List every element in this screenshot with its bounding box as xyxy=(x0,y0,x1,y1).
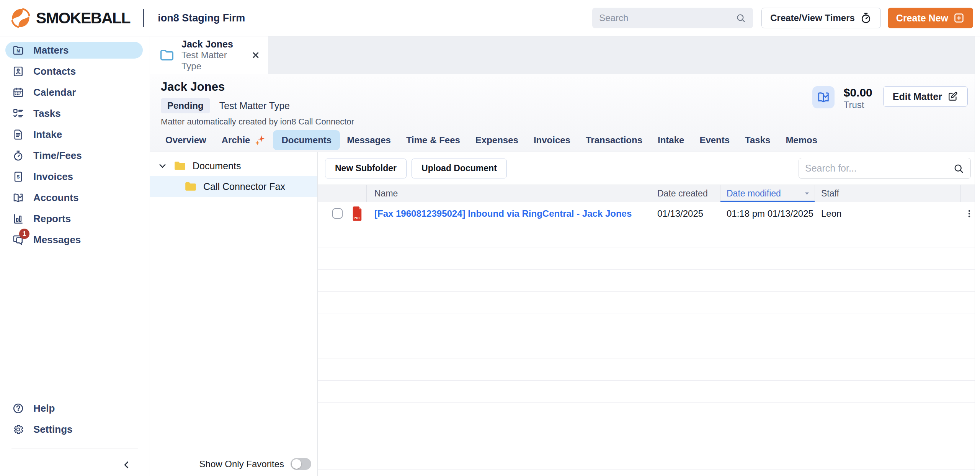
tasks-icon xyxy=(12,108,24,119)
pdf-icon: PDF xyxy=(351,206,363,221)
folder-tree: Documents Call Connector Fax Show Only F… xyxy=(150,152,318,476)
tab-messages[interactable]: Messages xyxy=(347,130,391,150)
table-row-empty xyxy=(318,270,980,292)
close-tab-button[interactable] xyxy=(251,51,260,60)
folder-row-documents[interactable]: Documents xyxy=(150,156,317,176)
tab-events[interactable]: Events xyxy=(699,130,730,150)
matter-folder-icon xyxy=(159,47,175,63)
table-row-empty xyxy=(318,336,980,358)
chevron-down-icon[interactable] xyxy=(158,161,167,171)
matter-tab[interactable]: Jack Jones Test Matter Type xyxy=(150,36,268,74)
table-row-empty xyxy=(318,425,980,447)
sidebar-divider xyxy=(11,448,138,448)
global-search-input[interactable] xyxy=(599,13,735,23)
scrollbar-gutter xyxy=(975,36,980,476)
table-row-empty xyxy=(318,381,980,403)
create-view-timers-button[interactable]: Create/View Timers xyxy=(761,8,881,28)
sidebar-collapse-row xyxy=(0,454,150,476)
matter-folder-icon: M xyxy=(12,44,24,56)
sidebar-footer-nav: Help Settings xyxy=(0,400,150,442)
sparkles-icon xyxy=(254,134,266,146)
table-row-empty xyxy=(318,358,980,381)
table-row-empty xyxy=(318,403,980,425)
folder-label: Call Connector Fax xyxy=(203,181,285,192)
date-created-cell: 01/13/2025 xyxy=(651,208,720,219)
tab-transactions[interactable]: Transactions xyxy=(586,130,642,150)
folder-row-call-connector-fax[interactable]: Call Connector Fax xyxy=(150,176,317,197)
column-header-created[interactable]: Date created xyxy=(651,185,720,202)
sort-caret-icon xyxy=(802,189,812,198)
app-window: SMOKEBALL ion8 Staging Firm Create/View … xyxy=(0,0,980,476)
sidebar-item-time-fees[interactable]: Time/Fees xyxy=(5,147,143,164)
documents-search-input[interactable] xyxy=(805,163,953,174)
sidebar-item-invoices[interactable]: $ Invoices xyxy=(5,168,143,185)
tab-archie[interactable]: Archie xyxy=(222,129,266,151)
search-icon xyxy=(953,163,964,174)
upload-document-button[interactable]: Upload Document xyxy=(412,159,507,178)
date-modified-cell: 01:18 pm 01/13/2025 xyxy=(720,208,815,219)
status-badge: Pending xyxy=(161,98,210,113)
table-header: Name Date created Date modified Staff xyxy=(318,185,980,202)
svg-text:$: $ xyxy=(17,174,20,180)
tab-documents[interactable]: Documents xyxy=(273,130,340,150)
table-row-empty xyxy=(318,447,980,469)
document-link[interactable]: [Fax 1960812395024] Inbound via RingCent… xyxy=(374,208,632,219)
tab-expenses[interactable]: Expenses xyxy=(475,130,518,150)
invoices-icon: $ xyxy=(12,171,24,183)
tab-memos[interactable]: Memos xyxy=(786,130,817,150)
sidebar-item-messages[interactable]: Messages 1 xyxy=(5,231,143,248)
sidebar-item-tasks[interactable]: Tasks xyxy=(5,105,143,122)
matter-title: Jack Jones xyxy=(161,80,354,94)
tab-time-fees[interactable]: Time & Fees xyxy=(406,130,460,150)
column-header-modified[interactable]: Date modified xyxy=(720,185,815,202)
tab-overview[interactable]: Overview xyxy=(165,130,206,150)
column-header-name[interactable]: Name xyxy=(367,185,651,202)
table-row-empty xyxy=(318,314,980,336)
sidebar-item-accounts[interactable]: Accounts xyxy=(5,189,143,206)
tab-intake[interactable]: Intake xyxy=(658,130,684,150)
table-row-empty xyxy=(318,247,980,270)
global-search xyxy=(592,8,753,28)
new-subfolder-button[interactable]: New Subfolder xyxy=(325,159,407,178)
column-spacer-pad xyxy=(318,185,327,202)
smokeball-logo-icon xyxy=(10,7,31,29)
create-new-button-label: Create New xyxy=(896,13,948,24)
sidebar-item-settings[interactable]: Settings xyxy=(5,421,143,438)
tab-tasks[interactable]: Tasks xyxy=(745,130,770,150)
contacts-icon xyxy=(12,65,24,77)
create-new-button[interactable]: Create New xyxy=(888,8,973,28)
edit-matter-button[interactable]: Edit Matter xyxy=(883,86,968,107)
staff-cell: Leon xyxy=(815,208,961,219)
favorites-toggle[interactable] xyxy=(291,458,311,470)
sidebar-item-contacts[interactable]: Contacts xyxy=(5,63,143,80)
column-header-staff[interactable]: Staff xyxy=(815,185,961,202)
edit-matter-label: Edit Matter xyxy=(893,91,942,102)
sidebar-collapse-button[interactable] xyxy=(121,460,132,470)
header-divider xyxy=(143,9,144,27)
sidebar-item-help[interactable]: Help xyxy=(5,400,143,417)
documents-toolbar: New Subfolder Upload Document xyxy=(318,152,980,185)
sidebar-item-reports[interactable]: Reports xyxy=(5,210,143,227)
table-body: PDF [Fax 1960812395024] Inbound via Ring… xyxy=(318,202,980,476)
table-row-empty xyxy=(318,225,980,247)
timer-icon xyxy=(12,150,24,162)
favorites-row: Show Only Favorites xyxy=(199,458,311,470)
edit-icon xyxy=(947,91,958,102)
matter-tab-title: Jack Jones xyxy=(181,38,244,50)
settings-icon xyxy=(12,424,24,435)
row-menu-button[interactable] xyxy=(964,209,974,219)
folder-icon xyxy=(184,180,198,193)
matter-header: Jack Jones Pending Test Matter Type Matt… xyxy=(150,74,980,152)
sidebar-item-intake[interactable]: Intake xyxy=(5,126,143,143)
sidebar-item-calendar[interactable]: Calendar xyxy=(5,84,143,101)
folder-icon xyxy=(173,159,187,173)
sidebar-nav: M Matters Contacts Calendar Tasks xyxy=(0,42,150,252)
search-icon xyxy=(735,13,746,23)
tab-invoices[interactable]: Invoices xyxy=(534,130,570,150)
row-checkbox[interactable] xyxy=(332,208,343,219)
sidebar-item-matters[interactable]: M Matters xyxy=(5,42,143,59)
[Fax 1960812395024] Inbound via RingCentral - Jack Jones: PDF [Fax 1960812395024] Inbound via Ring… xyxy=(318,202,980,225)
firm-name: ion8 Staging Firm xyxy=(158,12,245,24)
matter-tab-strip: Jack Jones Test Matter Type xyxy=(150,36,980,74)
folder-label: Documents xyxy=(193,160,241,172)
